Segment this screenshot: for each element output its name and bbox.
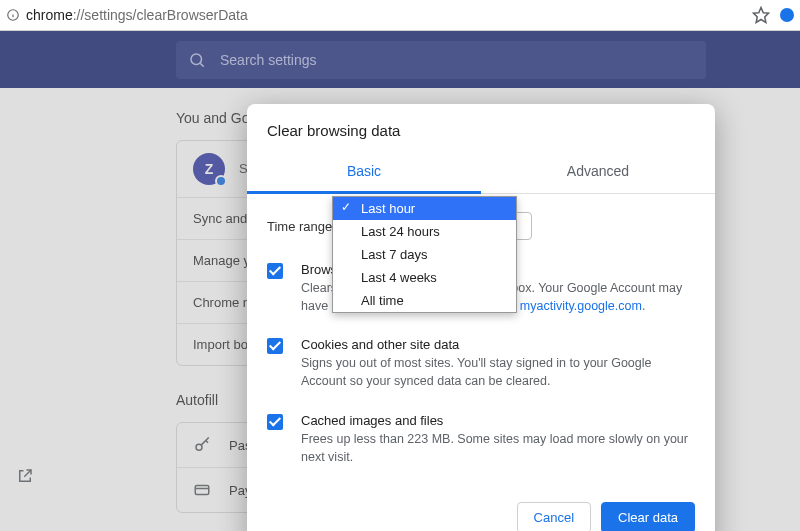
url-protocol: chrome	[26, 7, 73, 23]
url-bar[interactable]: chrome ://settings/clearBrowserData	[0, 0, 800, 31]
item-cookies[interactable]: Cookies and other site data Signs you ou…	[267, 337, 695, 390]
svg-marker-3	[754, 8, 769, 23]
url-path: ://settings/clearBrowserData	[73, 7, 248, 23]
item-heading: Cached images and files	[301, 413, 695, 428]
item-heading: Cookies and other site data	[301, 337, 695, 352]
time-range-label: Time range	[267, 219, 332, 234]
info-icon	[6, 8, 20, 22]
clear-data-button[interactable]: Clear data	[601, 502, 695, 531]
clear-browsing-data-dialog: Clear browsing data Basic Advanced Time …	[247, 104, 715, 531]
cancel-button[interactable]: Cancel	[517, 502, 591, 531]
dropdown-option[interactable]: Last hour	[333, 197, 516, 220]
item-sub: Signs you out of most sites. You'll stay…	[301, 354, 695, 390]
item-sub: Frees up less than 223 MB. Some sites ma…	[301, 430, 695, 466]
bookmark-star-icon[interactable]	[752, 6, 770, 24]
time-range-dropdown: Last hour Last 24 hours Last 7 days Last…	[332, 196, 517, 313]
myactivity-link[interactable]: myactivity.google.com	[520, 299, 642, 313]
dialog-tabs: Basic Advanced	[247, 153, 715, 194]
dropdown-option[interactable]: Last 4 weeks	[333, 266, 516, 289]
checkbox-browsing-history[interactable]	[267, 263, 283, 279]
profile-avatar-icon[interactable]	[780, 8, 794, 22]
tab-advanced[interactable]: Advanced	[481, 153, 715, 193]
checkbox-cookies[interactable]	[267, 338, 283, 354]
dropdown-option[interactable]: All time	[333, 289, 516, 312]
dropdown-option[interactable]: Last 7 days	[333, 243, 516, 266]
checkbox-cache[interactable]	[267, 414, 283, 430]
item-cache[interactable]: Cached images and files Frees up less th…	[267, 413, 695, 466]
tab-basic[interactable]: Basic	[247, 153, 481, 194]
dropdown-option[interactable]: Last 24 hours	[333, 220, 516, 243]
dialog-title: Clear browsing data	[247, 104, 715, 153]
